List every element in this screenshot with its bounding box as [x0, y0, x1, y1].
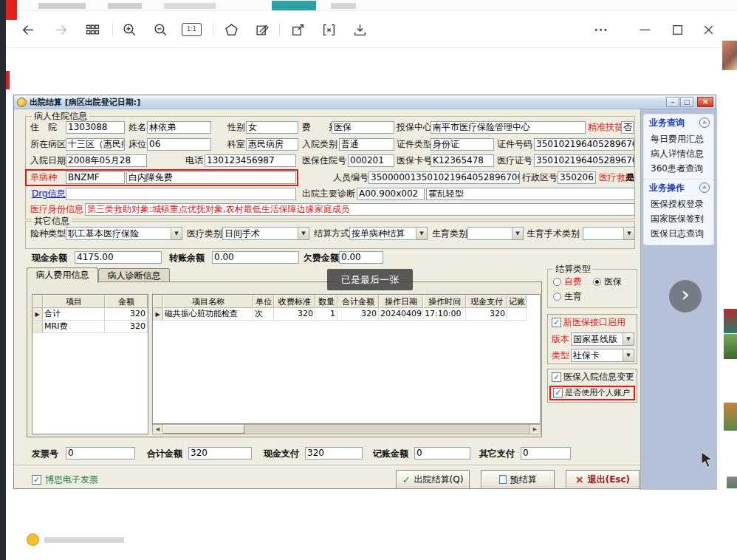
radio-insurance[interactable]	[593, 278, 601, 286]
insurance-admission-no-input[interactable]: 000201	[348, 154, 394, 167]
bed-input[interactable]: 06	[147, 138, 211, 151]
einvoice-checkbox[interactable]: ✓	[32, 475, 41, 485]
next-image-button[interactable]: ›	[669, 280, 702, 313]
header-cell[interactable]: 数量	[315, 295, 337, 308]
sidebar-section-operations[interactable]: 业务操作	[649, 182, 685, 194]
cash-balance-input[interactable]: 4175.00	[75, 251, 162, 264]
einvoice-label[interactable]: 博思电子发票	[45, 474, 98, 486]
fee-type-input[interactable]: 医保	[332, 121, 394, 134]
admin-region-input[interactable]: 350206	[558, 171, 596, 184]
settle-button[interactable]: ✓出院结算(Q)	[396, 470, 470, 489]
header-cell[interactable]: 操作日期	[379, 295, 423, 308]
open-external-icon[interactable]	[289, 21, 306, 38]
ward-input[interactable]: 十三区（惠民病区	[66, 138, 125, 151]
person-no-input[interactable]: 3500000135010219640528967001	[368, 171, 520, 184]
header-cell[interactable]: 合计金额	[337, 295, 379, 308]
header-cell[interactable]: 收费标准	[274, 295, 315, 308]
insurance-type-select[interactable]: 职工基本医疗保险▼	[66, 227, 182, 240]
actual-size-icon[interactable]: 1:1	[182, 23, 202, 36]
admission-type-input[interactable]: 普通	[339, 138, 394, 151]
sidebar-item-national-insurance-signin[interactable]: 国家医保签到	[651, 213, 704, 225]
more-options-icon[interactable]	[592, 21, 609, 38]
tab-diagnosis-info[interactable]: 病人诊断信息	[98, 268, 170, 282]
ocr-icon[interactable]	[320, 21, 337, 38]
medical-category-select[interactable]: 日间手术▼	[222, 227, 309, 240]
back-icon[interactable]	[19, 21, 35, 38]
birth-surgery-select[interactable]: ▼	[583, 227, 635, 240]
thumbnails-grid-icon[interactable]	[84, 21, 100, 38]
medical-cert-input[interactable]: 350102196405289670	[534, 154, 634, 167]
scroll-left-button[interactable]: ◀	[153, 425, 163, 434]
edit-icon[interactable]	[254, 21, 270, 38]
version-select[interactable]: 国家基线版▼	[571, 332, 634, 346]
sidebar-item-360-patient-query[interactable]: 360患者查询	[651, 163, 703, 175]
cash-pay-input[interactable]: 320	[305, 447, 363, 460]
sidebar-item-insurance-auth-login[interactable]: 医保授权登录	[651, 198, 704, 211]
admission-change-checkbox[interactable]: ✓	[552, 372, 561, 382]
zoom-out-icon[interactable]	[152, 21, 168, 38]
radio-self-pay-label[interactable]: 自费	[564, 276, 582, 288]
poverty-input[interactable]: 否	[621, 121, 634, 134]
exit-button[interactable]: ×退出(Esc)	[566, 470, 640, 489]
save-icon[interactable]	[352, 21, 368, 38]
invoice-no-input[interactable]: 0	[66, 447, 135, 460]
arrears-input[interactable]: 0.00	[339, 251, 383, 264]
header-cell[interactable]: 项目名称	[163, 295, 253, 308]
header-cell[interactable]: 单位	[253, 295, 274, 308]
sidebar-item-patient-details[interactable]: 病人详情信息	[651, 148, 704, 160]
settle-method-select[interactable]: 按单病种结算▼	[349, 227, 428, 240]
identity-info-input[interactable]: 第三类救助对象:城镇重点优抚对象,农村最低生活保障边缘家庭成员	[85, 203, 635, 216]
phone-input[interactable]: 130123456987	[205, 154, 296, 167]
table-row[interactable]: ▶ 合计 320	[32, 308, 148, 321]
window-minimize-icon[interactable]	[637, 21, 653, 38]
insurance-center-input[interactable]: 南平市医疗保险管理中心	[431, 121, 586, 134]
app-minimize-button[interactable]: –	[666, 97, 679, 107]
new-interface-checkbox[interactable]: ✓	[552, 318, 561, 327]
credit-amount-input[interactable]: 0	[414, 447, 470, 460]
header-cell[interactable]: 项目	[43, 295, 105, 308]
horizontal-scrollbar[interactable]: ◀ ▶	[152, 424, 541, 434]
radio-self-pay[interactable]	[553, 278, 561, 286]
window-maximize-icon[interactable]	[669, 21, 685, 38]
collapse-chevron-icon[interactable]: »	[699, 182, 710, 193]
app-close-button[interactable]: ×	[697, 97, 713, 107]
pre-settle-button[interactable]: 预结算	[481, 470, 555, 489]
cert-no-input[interactable]: 350102196405289670	[534, 138, 634, 151]
main-diagnosis-name-input[interactable]: 霍乱轻型	[426, 188, 635, 200]
zoom-in-icon[interactable]	[121, 21, 137, 38]
crop-icon[interactable]	[223, 21, 239, 38]
window-close-icon[interactable]	[700, 21, 716, 38]
admission-date-input[interactable]: 2008年05月28	[66, 154, 147, 167]
header-cell[interactable]: 记账	[507, 295, 527, 308]
other-pay-input[interactable]: 0	[521, 447, 571, 460]
dept-input[interactable]: 惠民病房	[246, 138, 298, 151]
drg-empty-input[interactable]	[66, 188, 296, 200]
birth-category-select[interactable]: ▼	[467, 227, 524, 240]
collapse-chevron-icon[interactable]: »	[699, 117, 710, 128]
card-type-select[interactable]: 社保卡▼	[571, 349, 634, 362]
main-diagnosis-code-input[interactable]: A00.900x002	[357, 188, 425, 200]
scroll-right-button[interactable]: ▶	[529, 425, 540, 434]
insurance-card-input[interactable]: K12365478	[431, 154, 494, 167]
forward-icon[interactable]	[53, 21, 69, 38]
header-cell[interactable]: 金额	[105, 295, 148, 308]
cert-type-input[interactable]: 身份证	[431, 138, 494, 151]
header-cell[interactable]: 现金支付	[466, 295, 507, 308]
drg-info-link[interactable]: Drg信息	[32, 188, 66, 200]
total-amount-input[interactable]: 320	[188, 447, 252, 460]
transfer-balance-input[interactable]: 0.00	[212, 251, 299, 264]
new-interface-label[interactable]: 新医保接口启用	[563, 316, 625, 329]
scrollbar-thumb[interactable]	[163, 425, 244, 434]
table-row[interactable]: ▶ 磁共振心脏功能检查 次 320 1 320 20240409 17:10:0…	[153, 308, 540, 321]
app-maximize-button[interactable]: □	[680, 97, 693, 107]
radio-birth[interactable]	[553, 293, 561, 301]
admission-no-input[interactable]: 1303088	[66, 121, 125, 134]
admission-change-label[interactable]: 医保入院信息变更	[563, 371, 634, 383]
sidebar-item-daily-fee-summary[interactable]: 每日费用汇总	[651, 133, 704, 146]
sidebar-section-query[interactable]: 业务查询	[649, 117, 685, 129]
radio-insurance-label[interactable]: 医保	[604, 276, 622, 288]
tab-fee-info[interactable]: 病人费用信息	[27, 267, 98, 283]
name-input[interactable]: 林依弟	[147, 121, 211, 134]
radio-birth-label[interactable]: 生育	[564, 290, 582, 303]
app-titlebar[interactable]: 出院结算 [病区出院登记日期:]	[14, 95, 716, 109]
